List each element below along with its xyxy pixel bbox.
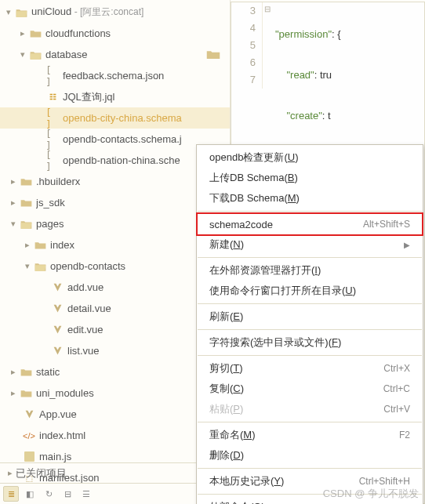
- chevron-right-icon: ▸: [8, 388, 19, 398]
- menu-separator: [198, 303, 422, 304]
- tree-label: database: [45, 49, 230, 60]
- json-file-icon: [ ]: [45, 149, 60, 172]
- tree-item-jql[interactable]: ▸ ☷ JQL查询.jql: [0, 86, 230, 107]
- folder-icon: [19, 198, 33, 208]
- chevron-down-icon: ▾: [8, 219, 19, 229]
- tree-item-unicloud[interactable]: ▾ uniCloud - [阿里云:concat]: [0, 2, 230, 23]
- menu-item-copy[interactable]: 复制(C)Ctrl+C: [197, 379, 423, 399]
- toolbar-button[interactable]: ⊟: [60, 486, 75, 502]
- menu-item-refresh[interactable]: 刷新(E): [197, 306, 423, 327]
- menu-separator: [198, 422, 422, 422]
- menu-item-rename[interactable]: 重命名(M)F2: [197, 425, 423, 445]
- tree-label: JQL查询.jql: [63, 90, 230, 104]
- menu-item-reveal[interactable]: 在外部资源管理器打开(I): [197, 260, 423, 281]
- folder-icon: [206, 49, 220, 60]
- vue-file-icon: [50, 325, 64, 335]
- vue-file-icon: [22, 409, 36, 419]
- menu-item-cut[interactable]: 剪切(T)Ctrl+X: [197, 358, 423, 379]
- menu-item-paste[interactable]: 粘贴(P)Ctrl+V: [197, 399, 423, 419]
- chevron-right-icon: ▶: [404, 241, 410, 249]
- folder-icon: [28, 29, 42, 38]
- vue-file-icon: [50, 282, 64, 292]
- fold-icon[interactable]: ⊟: [264, 5, 271, 13]
- menu-separator: [198, 257, 422, 258]
- tree-label: cloudfunctions: [45, 27, 230, 39]
- tree-label: opendb-city-china.schema: [63, 112, 230, 124]
- chevron-right-icon: ▸: [22, 240, 33, 250]
- chevron-right-icon: ▸: [5, 468, 16, 478]
- chevron-right-icon: ▸: [17, 28, 28, 38]
- menu-separator: [198, 329, 422, 330]
- chevron-down-icon: ▾: [22, 261, 33, 271]
- folder-open-icon: [33, 262, 47, 271]
- tree-item-database[interactable]: ▾ database: [0, 44, 230, 65]
- svg-rect-0: [24, 451, 35, 462]
- folder-open-icon: [19, 219, 33, 229]
- toolbar-button[interactable]: ↻: [41, 486, 56, 502]
- toolbar-button[interactable]: ≣: [3, 486, 19, 502]
- chevron-down-icon: ▾: [3, 7, 14, 17]
- chevron-right-icon: ▸: [8, 176, 19, 187]
- line-gutter: 3 4 5 6 7: [231, 2, 263, 89]
- menu-item-download-schema[interactable]: 下载DB Schema(M): [197, 188, 423, 208]
- json-file-icon: [ ]: [45, 128, 60, 151]
- toolbar-button[interactable]: ◧: [22, 486, 38, 502]
- tree-label: uniCloud - [阿里云:concat]: [31, 5, 230, 19]
- tree-item-feedback-schema[interactable]: ▸ [ ] feedback.schema.json: [0, 65, 230, 86]
- closed-projects-label: 已关闭项目: [16, 466, 67, 480]
- menu-item-check-update[interactable]: opendb检查更新(U): [197, 147, 423, 168]
- vue-file-icon: [50, 303, 64, 314]
- folder-icon: [33, 241, 47, 250]
- js-file-icon: [22, 451, 36, 462]
- menu-item-new[interactable]: 新建(N)▶: [197, 234, 423, 255]
- toolbar-button[interactable]: ☰: [78, 486, 94, 502]
- folder-icon: [19, 368, 33, 377]
- folder-open-icon: [14, 8, 28, 17]
- folder-icon: [19, 177, 33, 187]
- tree-item-cloudfunctions[interactable]: ▸ cloudfunctions: [0, 23, 230, 44]
- folder-open-icon: [28, 50, 42, 60]
- html-file-icon: </>: [22, 431, 36, 441]
- menu-separator: [198, 468, 422, 469]
- vue-file-icon: [50, 346, 64, 356]
- tree-label: feedback.schema.json: [63, 70, 230, 82]
- watermark: CSDN @ 争儿不脱发: [323, 487, 419, 501]
- menu-item-terminal[interactable]: 使用命令行窗口打开所在目录(U): [197, 281, 423, 301]
- json-file-icon: [ ]: [45, 64, 60, 88]
- menu-item-delete[interactable]: 删除(D): [197, 445, 423, 466]
- json-file-icon: [ ]: [45, 107, 60, 130]
- menu-separator: [198, 211, 422, 212]
- menu-separator: [198, 355, 422, 356]
- chevron-right-icon: ▸: [8, 367, 19, 377]
- context-menu: opendb检查更新(U) 上传DB Schema(B) 下载DB Schema…: [196, 144, 423, 504]
- folder-icon: [19, 389, 33, 398]
- tree-label: opendb-contacts.schema.j: [63, 133, 230, 145]
- jql-file-icon: ☷: [45, 92, 60, 101]
- tree-item-opendb-city-china[interactable]: ▸ [ ] opendb-city-china.schema: [0, 107, 230, 129]
- chevron-down-icon: ▾: [17, 49, 28, 60]
- menu-item-upload-schema[interactable]: 上传DB Schema(B): [197, 168, 423, 188]
- menu-item-search[interactable]: 字符搜索(选中目录或文件)(F): [197, 332, 423, 353]
- chevron-right-icon: ▸: [8, 198, 19, 208]
- menu-item-schema2code[interactable]: schema2codeAlt+Shift+S: [197, 214, 423, 234]
